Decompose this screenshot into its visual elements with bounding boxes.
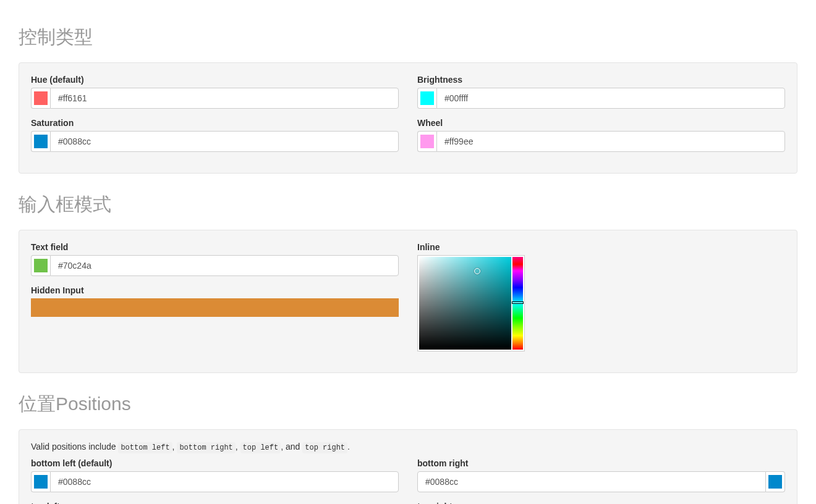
saturation-input[interactable] [50, 131, 399, 152]
textfield-swatch-addon[interactable] [31, 255, 50, 276]
bottom-right-input[interactable] [417, 471, 766, 492]
code-top-left: top left [240, 442, 281, 453]
brightness-swatch-addon[interactable] [417, 88, 436, 109]
wheel-label: Wheel [417, 118, 785, 128]
color-picker-cursor-icon [474, 268, 480, 274]
color-swatch-icon [34, 91, 48, 105]
hidden-color-bar[interactable] [31, 298, 399, 317]
code-bottom-right: bottom right [177, 442, 235, 453]
inline-color-picker[interactable] [417, 255, 525, 351]
hue-slider-indicator-icon [512, 301, 524, 304]
input-modes-panel: Text field Hidden Input Inline [19, 230, 797, 373]
section-heading-positions: 位置Positions [19, 392, 797, 417]
color-swatch-icon [420, 135, 434, 148]
textfield-input-group [31, 255, 399, 276]
code-top-right: top right [302, 442, 347, 453]
section-heading-control-types: 控制类型 [19, 25, 797, 50]
code-bottom-left: bottom left [118, 442, 172, 453]
textfield-input[interactable] [50, 255, 399, 276]
hue-label: Hue (default) [31, 75, 399, 85]
inline-label: Inline [417, 242, 785, 252]
positions-panel: Valid positions include bottom left, bot… [19, 429, 797, 504]
color-picker-grid[interactable] [419, 257, 511, 350]
wheel-swatch-addon[interactable] [417, 131, 436, 152]
wheel-input[interactable] [436, 131, 785, 152]
brightness-label: Brightness [417, 75, 785, 85]
top-left-label: top left [31, 502, 399, 504]
control-types-panel: Hue (default) Brightness [19, 62, 797, 174]
bottom-right-label: bottom right [417, 458, 785, 468]
bottom-left-input-group [31, 471, 399, 492]
bottom-right-input-group [417, 471, 785, 492]
bottom-right-swatch-addon[interactable] [766, 471, 785, 492]
color-swatch-icon [34, 135, 48, 148]
saturation-swatch-addon[interactable] [31, 131, 50, 152]
bottom-left-input[interactable] [50, 471, 399, 492]
hue-input-group [31, 88, 399, 109]
brightness-input[interactable] [436, 88, 785, 109]
bottom-left-label: bottom left (default) [31, 458, 399, 468]
wheel-input-group [417, 131, 785, 152]
color-swatch-icon [34, 475, 48, 489]
section-heading-input-modes: 输入框模式 [19, 192, 797, 217]
saturation-input-group [31, 131, 399, 152]
hidden-input-label: Hidden Input [31, 285, 399, 295]
color-swatch-icon [34, 259, 48, 272]
brightness-input-group [417, 88, 785, 109]
hue-input[interactable] [50, 88, 399, 109]
saturation-label: Saturation [31, 118, 399, 128]
positions-help-text: Valid positions include bottom left, bot… [31, 442, 785, 452]
top-right-label: top right [417, 502, 785, 504]
color-swatch-icon [768, 475, 782, 489]
bottom-left-swatch-addon[interactable] [31, 471, 50, 492]
textfield-label: Text field [31, 242, 399, 252]
hue-swatch-addon[interactable] [31, 88, 50, 109]
color-picker-hue-slider[interactable] [512, 257, 523, 350]
color-swatch-icon [420, 91, 434, 105]
